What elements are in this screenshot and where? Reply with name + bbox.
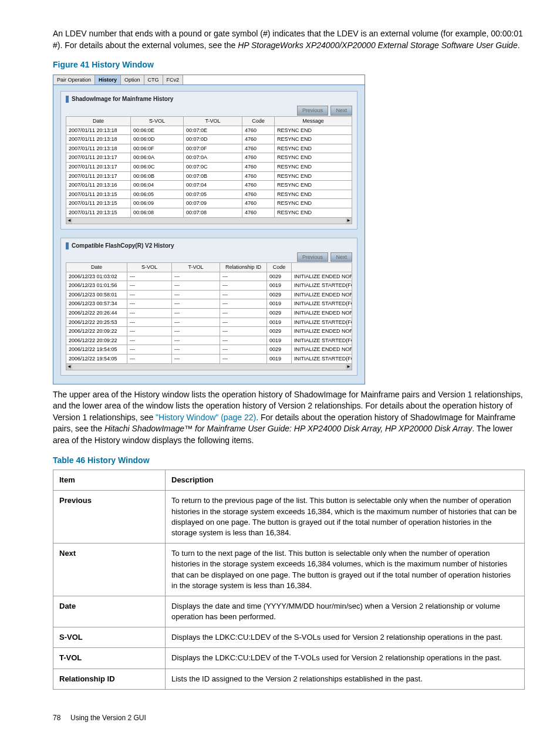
table-row[interactable]: 2006/12/22 19:54:05---------0019INITIALI… — [66, 355, 352, 364]
table-cell: 0029 — [267, 272, 292, 281]
table-cell: 0019 — [267, 318, 292, 327]
tab-option[interactable]: Option — [121, 75, 144, 85]
table-cell: --- — [127, 318, 172, 327]
table-cell: 4760 — [242, 171, 275, 181]
panel1-next-button[interactable]: Next — [330, 106, 352, 116]
table-cell: 00:06:0A — [131, 153, 184, 163]
column-header: Date — [66, 116, 131, 126]
table-cell: --- — [172, 281, 220, 291]
table-row[interactable]: 2007/01/11 20:13:1800:06:0F00:07:0F4760R… — [66, 144, 352, 153]
history-window-link[interactable]: "History Window" (page 22) — [156, 413, 256, 422]
table-row[interactable]: 2006/12/22 20:09:22---------0029INITIALI… — [66, 327, 352, 336]
table-cell: --- — [127, 327, 172, 336]
table-row[interactable]: 2007/01/11 20:13:1700:06:0B00:07:0B4760R… — [66, 171, 352, 181]
table-cell: 00:07:09 — [184, 199, 242, 208]
table-row[interactable]: 2006/12/23 00:58:01---------0029INITIALI… — [66, 290, 352, 299]
table-cell: --- — [172, 290, 220, 299]
table-cell: 2007/01/11 20:13:18 — [66, 126, 131, 135]
table-cell: 2006/12/22 20:09:22 — [66, 327, 127, 336]
table-cell: INITIALIZE STARTED(FC — [292, 318, 352, 327]
panel1-scrollbar[interactable]: ◄ ► — [66, 217, 352, 224]
table-cell: 4760 — [242, 153, 275, 163]
table-cell: 00:07:04 — [184, 181, 242, 190]
table-cell: 0029 — [267, 327, 292, 336]
table-cell: --- — [172, 318, 220, 327]
description-cell: Displays the date and time (YYYY/MM/DD h… — [166, 596, 525, 627]
panel2-previous-button[interactable]: Previous — [297, 252, 328, 262]
table-cell: --- — [220, 299, 267, 309]
table-cell: 00:06:0F — [131, 144, 184, 153]
scroll-left-icon[interactable]: ◄ — [66, 218, 72, 224]
table-row[interactable]: 2007/01/11 20:13:1800:06:0E00:07:0E4760R… — [66, 126, 352, 135]
table-cell: INITIALIZE ENDED NORI — [292, 290, 352, 299]
table-cell: 4760 — [242, 126, 275, 135]
table-cell: 4760 — [242, 199, 275, 208]
table-row[interactable]: 2007/01/11 20:13:1800:06:0D00:07:0D4760R… — [66, 135, 352, 144]
column-header: T-VOL — [172, 263, 220, 272]
tab-fcv2[interactable]: FCv2 — [163, 75, 184, 85]
panel1-previous-button[interactable]: Previous — [297, 106, 328, 116]
tab-history[interactable]: History — [95, 75, 121, 85]
table-row[interactable]: 2006/12/22 20:09:22---------0019INITIALI… — [66, 336, 352, 345]
table-row[interactable]: 2007/01/11 20:13:1600:06:0400:07:044760R… — [66, 181, 352, 190]
table-cell: --- — [220, 318, 267, 327]
table-cell: --- — [172, 355, 220, 364]
table-row[interactable]: 2007/01/11 20:13:1700:06:0A00:07:0A4760R… — [66, 153, 352, 163]
table-row[interactable]: 2006/12/22 20:25:53---------0019INITIALI… — [66, 318, 352, 327]
table-cell: 0019 — [267, 299, 292, 309]
description-cell: Displays the LDKC:CU:LDEV of the T-VOLs … — [166, 648, 525, 669]
table-cell: INITIALIZE STARTED(FC — [292, 299, 352, 309]
table-row[interactable]: 2007/01/11 20:13:1700:06:0C00:07:0C4760R… — [66, 162, 352, 171]
table-row[interactable]: 2006/12/23 00:57:34---------0019INITIALI… — [66, 299, 352, 309]
table-cell: 4760 — [242, 208, 275, 217]
panel1-title: ShadowImage for Mainframe History — [66, 95, 352, 103]
table-cell: --- — [220, 345, 267, 355]
table-row[interactable]: 2007/01/11 20:13:1500:06:0900:07:094760R… — [66, 199, 352, 208]
table-cell: INITIALIZE ENDED NORI — [292, 327, 352, 336]
table-cell: 2007/01/11 20:13:16 — [66, 181, 131, 190]
table-cell: 0029 — [267, 309, 292, 318]
panel1-table: DateS-VOLT-VOLCodeMessage2007/01/11 20:1… — [66, 116, 352, 218]
table-cell: 4760 — [242, 181, 275, 190]
table-cell: INITIALIZE STARTED(FC — [292, 355, 352, 364]
table-row[interactable]: 2006/12/22 20:26:44---------0029INITIALI… — [66, 309, 352, 318]
table-row[interactable]: 2006/12/22 19:54:05---------0029INITIALI… — [66, 345, 352, 355]
panel2-table: DateS-VOLT-VOLRelationship IDCode2006/12… — [66, 262, 352, 364]
table-cell: 00:07:0B — [184, 171, 242, 181]
footer-text: Using the Version 2 GUI — [70, 714, 146, 722]
title-bar-icon — [66, 96, 69, 103]
scroll-right-icon[interactable]: ► — [346, 364, 352, 370]
description-cell: Displays the LDKC:CU:LDEV of the S-VOLs … — [166, 627, 525, 648]
item-cell: Next — [53, 544, 166, 596]
doc-table-row: NextTo turn to the next page of the list… — [53, 544, 525, 596]
table-row[interactable]: 2007/01/11 20:13:1500:06:0800:07:084760R… — [66, 208, 352, 217]
table-cell: --- — [172, 309, 220, 318]
doc-table-header: Description — [166, 470, 525, 491]
column-header — [292, 263, 352, 272]
scroll-right-icon[interactable]: ► — [346, 218, 352, 224]
table-cell: 2006/12/22 19:54:05 — [66, 355, 127, 364]
table-cell: 00:06:04 — [131, 181, 184, 190]
table-row[interactable]: 2007/01/11 20:13:1500:06:0500:07:054760R… — [66, 190, 352, 199]
item-cell: Date — [53, 596, 166, 627]
figure-title: Figure 41 History Window — [53, 59, 525, 71]
table-cell: 2006/12/22 20:25:53 — [66, 318, 127, 327]
table-row[interactable]: 2006/12/23 01:01:56---------0019INITIALI… — [66, 281, 352, 291]
table-cell: RESYNC END — [275, 181, 352, 190]
table-cell: 2006/12/23 01:03:02 — [66, 272, 127, 281]
column-header: Relationship ID — [220, 263, 267, 272]
panel2-scrollbar[interactable]: ◄ ► — [66, 363, 352, 370]
table-cell: 00:07:0D — [184, 135, 242, 144]
shadowimage-panel: ShadowImage for Mainframe History Previo… — [60, 91, 357, 229]
table-cell: 2006/12/23 00:58:01 — [66, 290, 127, 299]
panel1-title-text: ShadowImage for Mainframe History — [72, 95, 173, 103]
table-cell: 4760 — [242, 162, 275, 171]
table-cell: 00:06:0C — [131, 162, 184, 171]
tab-ctg[interactable]: CTG — [144, 75, 163, 85]
scroll-left-icon[interactable]: ◄ — [66, 364, 72, 370]
table-cell: --- — [220, 309, 267, 318]
tab-pair-operation[interactable]: Pair Operation — [53, 75, 95, 85]
panel2-next-button[interactable]: Next — [330, 252, 352, 262]
table-row[interactable]: 2006/12/23 01:03:02---------0029INITIALI… — [66, 272, 352, 281]
description-cell: To return to the previous page of the li… — [166, 491, 525, 544]
